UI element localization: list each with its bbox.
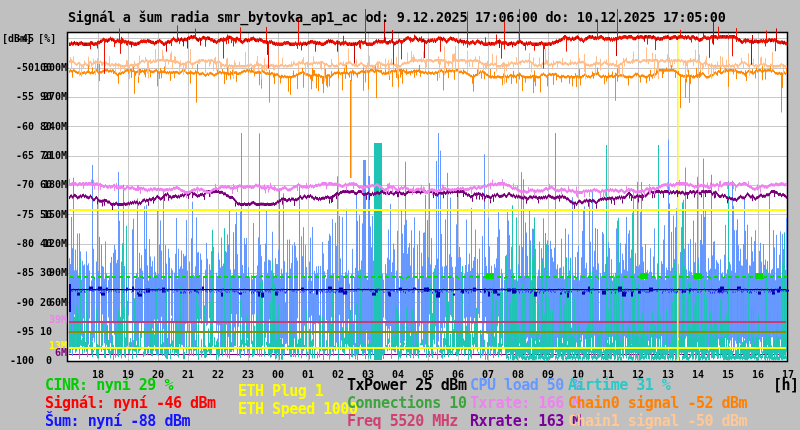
legend-rxrate: Rxrate: 163 M [470, 413, 581, 430]
plot-area [68, 33, 787, 361]
y-axis-label-rate-150M: 150M [33, 209, 67, 220]
legend-cpu-load: CPU load 50 % [470, 377, 581, 394]
legend-cinr: CINR: nyní 29 % [45, 377, 173, 394]
x-axis-label-hour-16: 16 [745, 369, 771, 380]
legend-hours-unit: [h] [773, 377, 799, 394]
y-axis-label-rate-210M: 210M [33, 150, 67, 161]
y-axis-label-rate-39M: 39M [33, 314, 67, 325]
legend-airtime: Airtime 31 % [568, 377, 670, 394]
x-axis-label-hour-14: 14 [685, 369, 711, 380]
y-axis-label-rate-300M: 300M [33, 62, 67, 73]
legend-eth-speed: ETH Speed 1000 [238, 401, 357, 418]
x-axis-label-hour-22: 22 [205, 369, 231, 380]
x-axis-label-hour-01: 01 [295, 369, 321, 380]
legend-chain1: Chain1 signal -50 dBm [568, 413, 747, 430]
y-axis-label-rate-90M: 90M [33, 267, 67, 278]
legend-txpower: TxPower 25 dBm [347, 377, 466, 394]
x-axis-label-hour-15: 15 [715, 369, 741, 380]
y-axis-label-rate-60M: 60M [33, 297, 67, 308]
radio-signal-noise-graph-page: Signál a šum radia smr_bytovka_ap1_ac od… [0, 0, 800, 430]
y-axis-label-rate-6M: 6M [33, 347, 67, 358]
legend-eth-plug: ETH Plug 1 [238, 383, 323, 400]
chart-title: Signál a šum radia smr_bytovka_ap1_ac od… [68, 10, 726, 24]
x-axis-label-hour-23: 23 [235, 369, 261, 380]
y-axis-label-dbm--45: -45 [0, 33, 34, 44]
x-axis-label-hour-21: 21 [175, 369, 201, 380]
y-axis-label-rate-120M: 120M [33, 238, 67, 249]
legend-freq: Freq 5520 MHz [347, 413, 458, 430]
y-axis-label-rate-180M: 180M [33, 179, 67, 190]
legend-signal: Signál: nyní -46 dBm [45, 395, 216, 412]
legend-chain0: Chain0 signal -52 dBm [568, 395, 747, 412]
y-axis-label-pct-10: 10 [18, 326, 52, 337]
legend-noise: Šum: nyní -88 dBm [45, 413, 190, 430]
y-axis-label-rate-270M: 270M [33, 91, 67, 102]
legend-txrate: Txrate: 166 M [470, 395, 581, 412]
y-axis-label-rate-240M: 240M [33, 121, 67, 132]
x-axis-label-hour-00: 00 [265, 369, 291, 380]
legend-connections: Connections 10 [347, 395, 466, 412]
